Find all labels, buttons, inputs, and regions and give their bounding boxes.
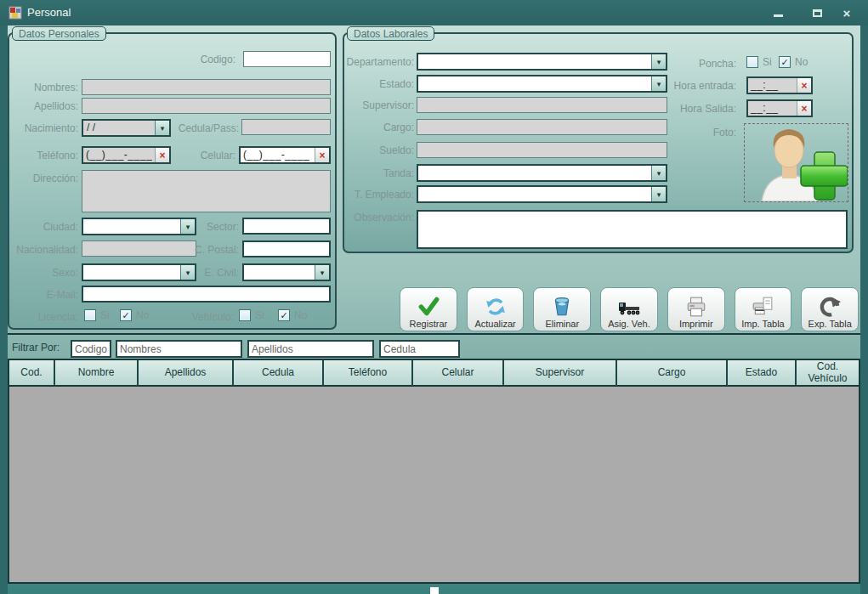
cargo-label: Cargo: — [383, 122, 414, 133]
hora-entrada-clear-button[interactable]: × — [797, 78, 811, 93]
codigo-input[interactable] — [243, 51, 331, 67]
estado-dropdown-button[interactable]: ▾ — [651, 76, 666, 91]
column-header-nombre[interactable]: Nombre — [55, 360, 139, 387]
nacimiento-datepicker[interactable]: / / ▾ — [82, 119, 171, 137]
column-header-cod[interactable]: Cod. — [9, 360, 55, 387]
estado-label: Estado: — [379, 78, 414, 90]
sueldo-input — [417, 142, 667, 158]
imprimir-tabla-button[interactable]: Imp. Tabla — [735, 287, 792, 331]
tanda-combobox[interactable]: ▾ — [417, 164, 667, 182]
observacion-input[interactable] — [417, 210, 848, 249]
cedula-input — [241, 119, 331, 135]
imprimir-button[interactable]: Imprimir — [667, 287, 725, 331]
sexo-combobox[interactable]: ▾ — [82, 263, 196, 281]
telefono-clear-button[interactable]: × — [155, 148, 169, 162]
hora-salida-input[interactable]: __:__ × — [746, 99, 813, 117]
chevron-down-icon: ▾ — [186, 223, 190, 231]
clear-x-icon: × — [801, 103, 807, 115]
export-arrow-icon — [819, 296, 841, 318]
column-header-cargo[interactable]: Cargo — [617, 360, 728, 387]
close-button[interactable]: × — [836, 3, 858, 22]
check-icon: ✓ — [122, 311, 129, 320]
column-header-supervisor[interactable]: Supervisor — [504, 360, 617, 387]
cpostal-label: C. Postal: — [195, 244, 239, 256]
ciudad-combobox[interactable]: ▾ — [82, 218, 196, 235]
foto-picture-box[interactable] — [744, 123, 848, 202]
licencia-no-checkbox[interactable]: ✓ — [120, 309, 132, 321]
templeado-combobox[interactable]: ▾ — [417, 185, 667, 203]
column-header-estado[interactable]: Estado — [728, 360, 797, 387]
filter-codigo-input[interactable] — [71, 340, 111, 358]
asignar-vehiculo-button[interactable]: Asig. Veh. — [600, 287, 658, 331]
sexo-label: Sexo: — [52, 267, 78, 279]
celular-input[interactable]: (__)___-____ × — [239, 146, 331, 164]
employees-datagrid: Cod. Nombre Apellidos Cedula Teléfono Ce… — [8, 359, 860, 584]
poncha-si-checkbox[interactable]: ✓ — [746, 56, 758, 68]
filter-panel: Filtrar Por: — [8, 333, 860, 359]
window-title: Personal — [27, 6, 71, 19]
ciudad-label: Ciudad: — [43, 221, 78, 233]
chevron-down-icon: ▾ — [321, 269, 325, 277]
templeado-dropdown-button[interactable]: ▾ — [651, 187, 666, 201]
column-header-telefono[interactable]: Teléfono — [324, 360, 413, 387]
ecivil-combobox[interactable]: ▾ — [242, 263, 331, 281]
sector-input[interactable] — [242, 218, 331, 235]
licencia-no-option[interactable]: ✓ No — [120, 309, 149, 321]
licencia-si-option[interactable]: ✓ Si — [84, 309, 110, 321]
licencia-si-label: Si — [100, 309, 110, 321]
email-label: E-Mail: — [47, 289, 78, 301]
maximize-button[interactable] — [806, 3, 828, 22]
cpostal-input[interactable] — [242, 240, 331, 257]
column-header-cod-vehiculo[interactable]: Cod. Vehículo — [797, 360, 859, 387]
vehiculo-no-checkbox[interactable]: ✓ — [278, 309, 290, 321]
filter-cedula-input[interactable] — [379, 340, 460, 358]
vehiculo-label: Vehículo: — [192, 311, 234, 323]
licencia-si-checkbox[interactable]: ✓ — [84, 309, 96, 321]
column-header-apellidos[interactable]: Apellidos — [139, 360, 234, 387]
chevron-down-icon: ▾ — [657, 58, 661, 66]
close-icon: × — [843, 6, 851, 20]
actualizar-button[interactable]: Actualizar — [467, 287, 525, 331]
column-header-celular[interactable]: Celular — [413, 360, 504, 387]
column-header-cedula[interactable]: Cedula — [234, 360, 324, 387]
nacimiento-dropdown-button[interactable]: ▾ — [155, 121, 169, 135]
supervisor-label: Supervisor: — [362, 99, 414, 111]
celular-mask: (__)___-____ — [241, 148, 315, 162]
ecivil-dropdown-button[interactable]: ▾ — [315, 265, 329, 280]
poncha-no-checkbox[interactable]: ✓ — [779, 56, 791, 68]
sueldo-label: Sueldo: — [379, 144, 414, 156]
nacionalidad-label: Nacionalidad: — [16, 244, 78, 256]
sexo-dropdown-button[interactable]: ▾ — [180, 265, 195, 280]
datos-laborales-caption: Datos Laborales — [347, 26, 434, 41]
exportar-tabla-button[interactable]: Exp. Tabla — [801, 287, 859, 331]
estado-combobox[interactable]: ▾ — [417, 75, 667, 93]
poncha-si-option[interactable]: ✓ Si — [746, 56, 772, 68]
minimize-button[interactable] — [767, 3, 789, 22]
apellidos-label: Apellidos: — [34, 100, 78, 112]
eliminar-button[interactable]: Eliminar — [533, 287, 591, 331]
hora-salida-label: Hora Salida: — [680, 103, 736, 115]
poncha-no-option[interactable]: ✓ No — [779, 56, 808, 68]
vehiculo-si-option[interactable]: ✓ Si — [239, 309, 264, 321]
resize-grip[interactable] — [430, 587, 439, 594]
ciudad-dropdown-button[interactable]: ▾ — [180, 219, 195, 234]
email-input[interactable] — [82, 286, 331, 303]
departamento-combobox[interactable]: ▾ — [417, 53, 667, 71]
filter-apellidos-input[interactable] — [247, 340, 374, 358]
vehiculo-si-checkbox[interactable]: ✓ — [239, 309, 251, 321]
departamento-dropdown-button[interactable]: ▾ — [651, 54, 666, 69]
supervisor-input — [417, 97, 667, 113]
telefono-input[interactable]: (__)___-____ × — [82, 146, 171, 164]
check-icon: ✓ — [780, 58, 788, 67]
direccion-label: Dirección: — [33, 173, 78, 184]
codigo-label: Codigo: — [201, 54, 235, 65]
hora-entrada-input[interactable]: __:__ × — [746, 76, 813, 94]
hora-salida-clear-button[interactable]: × — [797, 101, 811, 116]
add-person-photo-icon — [745, 124, 848, 201]
filter-nombres-input[interactable] — [116, 340, 242, 358]
vehiculo-no-option[interactable]: ✓ No — [278, 309, 307, 321]
chevron-down-icon: ▾ — [657, 190, 661, 199]
celular-clear-button[interactable]: × — [315, 148, 329, 162]
tanda-dropdown-button[interactable]: ▾ — [651, 166, 666, 180]
registrar-button[interactable]: Registrar — [400, 287, 457, 331]
